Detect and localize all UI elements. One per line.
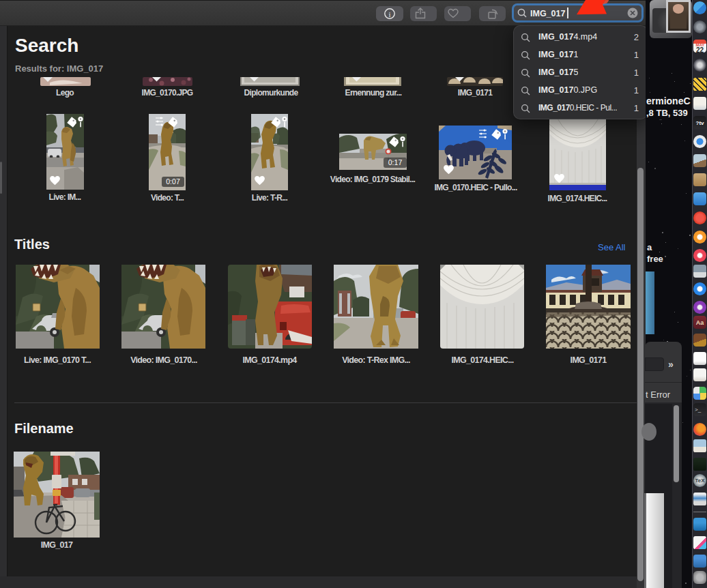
svg-text:i: i: [388, 10, 390, 18]
